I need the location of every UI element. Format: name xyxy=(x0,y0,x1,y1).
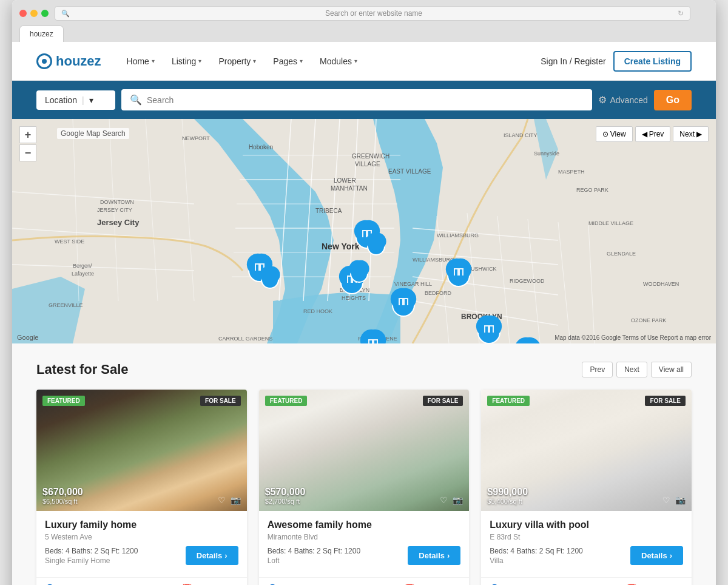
svg-text:WOODHAVEN: WOODHAVEN xyxy=(643,281,679,287)
zoom-in-button[interactable]: + xyxy=(19,126,36,143)
chevron-down-icon: ▾ xyxy=(152,58,155,64)
card-address: E 83rd St xyxy=(490,533,683,541)
search-bar: Location | ▾ 🔍 ⚙ Advanced Go xyxy=(12,81,716,119)
listing-card: FEATURED FOR SALE $990,000 $5,400/sq ft … xyxy=(481,390,692,585)
svg-text:OZONE PARK: OZONE PARK xyxy=(631,317,666,323)
map-container[interactable]: Jersey City New York BROOKLYN Hoboken GR… xyxy=(12,119,716,343)
svg-rect-77 xyxy=(363,231,366,237)
svg-rect-87 xyxy=(460,269,462,276)
svg-text:GREENWICH: GREENWICH xyxy=(352,153,389,160)
url-bar[interactable]: 🔍 Search or enter website name ↻ xyxy=(55,6,690,21)
chevron-left-icon: ◀ xyxy=(642,130,647,138)
card-address: Miramonte Blvd xyxy=(268,533,461,541)
listings-prev-button[interactable]: Prev xyxy=(582,362,613,377)
svg-text:RIDGEWOOD: RIDGEWOOD xyxy=(510,278,545,284)
details-button[interactable]: Details › xyxy=(630,546,683,565)
card-title: Luxury villa with pool xyxy=(490,519,683,530)
map-search-label: Google Map Search xyxy=(57,128,129,139)
svg-text:HEIGHTS: HEIGHTS xyxy=(342,295,366,301)
svg-rect-94 xyxy=(400,299,402,305)
card-icons: ♡ 📷 xyxy=(662,495,686,505)
svg-text:Jersey City: Jersey City xyxy=(97,218,140,227)
logo-text: houzez xyxy=(56,53,101,69)
section-title: Latest for Sale xyxy=(36,362,129,377)
svg-text:BUSHWICK: BUSHWICK xyxy=(467,266,497,272)
map-view-button[interactable]: ⊙ View xyxy=(596,126,633,142)
svg-rect-91 xyxy=(490,326,493,333)
section-nav: Prev Next View all xyxy=(582,362,692,377)
card-body: Luxury villa with pool E 83rd St Beds: 4… xyxy=(481,511,692,577)
arrow-right-icon: › xyxy=(670,551,672,560)
create-listing-button[interactable]: Create Listing xyxy=(613,51,692,72)
search-input[interactable] xyxy=(147,95,584,105)
sign-in-link[interactable]: Sign In / Register xyxy=(541,56,605,66)
nav-links: Home ▾ Listing ▾ Property ▾ Pages ▾ Modu… xyxy=(120,52,541,71)
svg-rect-72 xyxy=(348,277,351,283)
svg-text:New York: New York xyxy=(322,242,360,251)
card-icons: ♡ 📷 xyxy=(440,495,463,505)
svg-text:TRIBECA: TRIBECA xyxy=(315,208,342,214)
nav-property[interactable]: Property ▾ xyxy=(211,52,263,71)
map-next-button[interactable]: Next ▶ xyxy=(673,126,709,142)
location-label: Location xyxy=(45,95,77,105)
card-sqft: $6,500/sq ft xyxy=(42,498,83,505)
badge-featured: FEATURED xyxy=(42,396,85,406)
camera-icon[interactable]: 📷 xyxy=(231,495,241,505)
reload-icon[interactable]: ↻ xyxy=(678,9,684,18)
nav-right: Sign In / Register Create Listing xyxy=(541,51,692,72)
view-icon: ⊙ xyxy=(602,130,608,138)
url-text: Search or enter website name xyxy=(70,9,678,18)
favorite-icon[interactable]: ♡ xyxy=(218,495,226,505)
badge-featured: FEATURED xyxy=(487,396,530,406)
svg-text:NEWPORT: NEWPORT xyxy=(182,135,210,141)
card-type: Loft xyxy=(268,556,360,565)
card-details: Beds: 4 Baths: 2 Sq Ft: 1200 Villa Detai… xyxy=(490,546,683,565)
browser-tab[interactable]: houzez xyxy=(19,25,64,42)
nav-home[interactable]: Home ▾ xyxy=(120,52,162,71)
badge-sale: FOR SALE xyxy=(423,396,463,406)
card-price: $670,000 $6,500/sq ft xyxy=(42,487,83,505)
card-specs: Beds: 4 Baths: 2 Sq Ft: 1200 xyxy=(45,547,138,555)
listing-card: FEATURED FOR SALE $670,000 $6,500/sq ft … xyxy=(36,390,247,585)
map-prev-button[interactable]: ◀ Prev xyxy=(635,126,671,142)
card-footer: 👤 Brittany Watkins 📅 4 months ago xyxy=(481,577,692,585)
camera-icon[interactable]: 📷 xyxy=(675,495,686,505)
section-header: Latest for Sale Prev Next View all xyxy=(36,362,692,377)
svg-text:WILLIAMSBURG: WILLIAMSBURG xyxy=(437,232,479,238)
location-separator: | xyxy=(82,95,84,105)
svg-text:WILLIAMSBURG: WILLIAMSBURG xyxy=(413,257,454,263)
nav-modules[interactable]: Modules ▾ xyxy=(312,52,365,71)
map-attribution2: Map data ©2016 Google Terms of Use Repor… xyxy=(554,334,711,341)
svg-text:WEST SIDE: WEST SIDE xyxy=(55,238,84,245)
search-icon: 🔍 xyxy=(130,94,142,106)
card-title: Awesome family home xyxy=(268,519,461,530)
svg-text:GREENVILLE: GREENVILLE xyxy=(49,302,83,308)
advanced-button[interactable]: ⚙ Advanced xyxy=(598,94,648,106)
svg-rect-82 xyxy=(369,340,372,343)
gear-icon: ⚙ xyxy=(598,94,607,106)
listings-viewall-button[interactable]: View all xyxy=(651,362,692,377)
favorite-icon[interactable]: ♡ xyxy=(440,495,448,505)
main-nav: houzez Home ▾ Listing ▾ Property ▾ Pages… xyxy=(12,42,716,81)
listings-next-button[interactable]: Next xyxy=(616,362,647,377)
svg-rect-83 xyxy=(374,340,377,343)
svg-text:Lafayette: Lafayette xyxy=(72,271,94,277)
camera-icon[interactable]: 📷 xyxy=(453,495,463,505)
logo-icon xyxy=(36,53,52,69)
svg-text:EAST VILLAGE: EAST VILLAGE xyxy=(388,168,431,175)
location-select[interactable]: Location | ▾ xyxy=(36,90,115,110)
card-body: Luxury family home 5 Western Ave Beds: 4… xyxy=(36,511,247,577)
svg-rect-67 xyxy=(256,265,258,271)
zoom-out-button[interactable]: − xyxy=(19,144,36,161)
details-button[interactable]: Details › xyxy=(408,546,460,565)
nav-pages[interactable]: Pages ▾ xyxy=(266,52,310,71)
svg-text:DOWNTOWN: DOWNTOWN xyxy=(100,199,134,205)
map-attribution: Google xyxy=(17,334,38,341)
logo[interactable]: houzez xyxy=(36,53,101,69)
card-type: Single Family Home xyxy=(45,556,138,565)
details-button[interactable]: Details › xyxy=(186,546,238,565)
go-button[interactable]: Go xyxy=(654,90,692,110)
nav-listing[interactable]: Listing ▾ xyxy=(164,52,209,71)
svg-text:Bergen/: Bergen/ xyxy=(73,263,92,269)
favorite-icon[interactable]: ♡ xyxy=(662,495,670,505)
